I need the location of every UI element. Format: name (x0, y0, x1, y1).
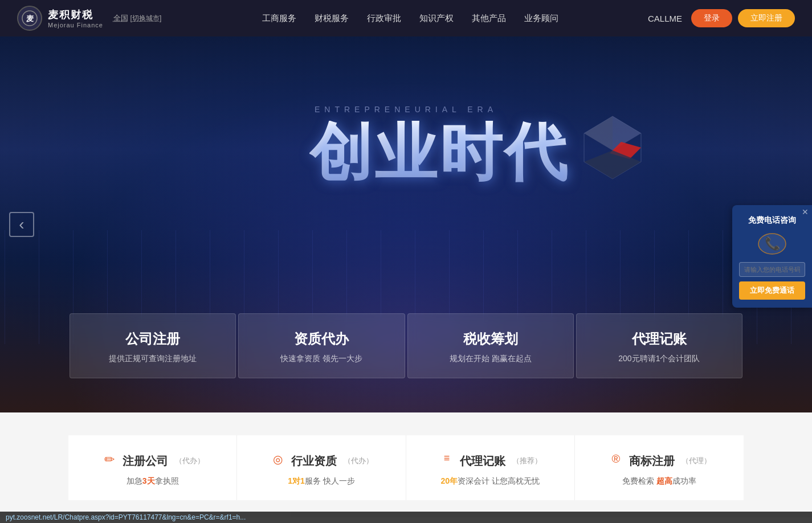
certificate-icon: ◎ (270, 452, 287, 469)
bottom-card-desc-3: 免费检索 超高成功率 (589, 476, 730, 487)
float-phone-icon: 📞 (739, 231, 805, 256)
service-card-title-2: 税收筹划 (419, 330, 562, 348)
trademark-icon: ® (607, 452, 625, 469)
bottom-card-tag-1: （代办） (344, 456, 373, 466)
region-tag: 全国 [切换城市] (113, 13, 161, 23)
statusbar-text: pyt.zoosnet.net/LR/Chatpre.aspx?id=PYT76… (6, 513, 246, 517)
bottom-card-title-3: 商标注册 (629, 453, 675, 469)
bottom-card-title-0: 注册公司 (123, 453, 168, 469)
register-button[interactable]: 立即注册 (738, 9, 795, 27)
nav-item-consult[interactable]: 业务顾问 (524, 13, 558, 24)
bottom-section: ✏ 注册公司 （代办） 加急3天拿执照 ◎ 行业资质 （代办） 1对1服务 快人… (0, 412, 812, 517)
svg-marker-3 (584, 116, 613, 150)
prev-arrow[interactable]: ‹ (9, 212, 34, 237)
accounting-icon: ≡ (438, 452, 455, 469)
bottom-card-title-2: 代理记账 (460, 453, 505, 469)
highlight-ratio: 1对1 (288, 476, 305, 485)
float-title: 免费电话咨询 (739, 215, 805, 226)
highlight-years: 20年 (440, 476, 458, 485)
service-card-3[interactable]: 代理记账 200元聘请1个会计团队 (576, 313, 742, 378)
callme-link[interactable]: CALLME (648, 14, 682, 23)
bottom-card-0[interactable]: ✏ 注册公司 （代办） 加急3天拿执照 (68, 435, 237, 500)
logo-text: 麦积财税 Mejorau Finance (48, 8, 103, 28)
logo-area: 麦 麦积财税 Mejorau Finance 全国 [切换城市] (17, 6, 161, 31)
highlight-days: 3天 (142, 476, 155, 485)
edit-icon: ✏ (101, 452, 118, 469)
hero-section: ENTREPRENEURIAL ERA 创业时代 ‹ 公司注册 提供正规可查询注… (0, 36, 812, 412)
bottom-card-desc-1: 1对1服务 快人一步 (251, 476, 391, 487)
float-close-button[interactable]: ✕ (802, 207, 809, 216)
service-card-title-1: 资质代办 (250, 330, 393, 348)
nav: 工商服务 财税服务 行政审批 知识产权 其他产品 业务顾问 (173, 13, 648, 24)
hero-title: 创业时代 (309, 121, 569, 183)
nav-item-gongshang[interactable]: 工商服务 (262, 13, 296, 24)
bottom-card-title-1: 行业资质 (291, 453, 337, 469)
hero-subtitle: ENTREPRENEURIAL ERA (315, 105, 497, 114)
bottom-card-desc-2: 20年资深会计 让您高枕无忧 (420, 476, 561, 487)
service-card-desc-0: 提供正规可查询注册地址 (81, 354, 224, 364)
service-card-desc-3: 200元聘请1个会计团队 (588, 354, 731, 364)
bottom-card-header-3: ® 商标注册 （代理） (589, 452, 730, 469)
bottom-card-header-1: ◎ 行业资质 （代办） (251, 452, 391, 469)
chevron-left-icon: ‹ (19, 216, 24, 232)
service-card-title-0: 公司注册 (81, 330, 224, 348)
bottom-card-tag-2: （推荐） (512, 456, 542, 466)
nav-item-other[interactable]: 其他产品 (472, 13, 506, 24)
bottom-card-2[interactable]: ≡ 代理记账 （推荐） 20年资深会计 让您高枕无忧 (406, 435, 575, 500)
bottom-card-header-2: ≡ 代理记账 （推荐） (420, 452, 561, 469)
nav-item-zhengxing[interactable]: 行政审批 (367, 13, 401, 24)
nav-item-zhishi[interactable]: 知识产权 (419, 13, 454, 24)
logo-main-text: 麦积财税 (48, 8, 103, 22)
bottom-card-desc-0: 加急3天拿执照 (82, 476, 223, 487)
highlight-rate: 超高 (656, 476, 672, 485)
header: 麦 麦积财税 Mejorau Finance 全国 [切换城市] 工商服务 财税… (0, 0, 812, 36)
service-card-desc-2: 规划在开始 跑赢在起点 (419, 354, 562, 364)
phone-input[interactable] (739, 262, 805, 277)
bottom-card-1[interactable]: ◎ 行业资质 （代办） 1对1服务 快人一步 (237, 435, 406, 500)
float-call-button[interactable]: 立即免费通话 (739, 281, 805, 300)
service-card-desc-1: 快速拿资质 领先一大步 (250, 354, 393, 364)
statusbar: pyt.zoosnet.net/LR/Chatpre.aspx?id=PYT76… (0, 512, 812, 517)
bottom-card-3[interactable]: ® 商标注册 （代理） 免费检索 超高成功率 (575, 435, 744, 500)
region-switch[interactable]: [切换城市] (130, 14, 162, 22)
service-card-title-3: 代理记账 (588, 330, 731, 348)
bottom-card-header-0: ✏ 注册公司 （代办） (82, 452, 223, 469)
logo-icon: 麦 (17, 6, 42, 31)
svg-text:麦: 麦 (26, 14, 34, 23)
service-card-2[interactable]: 税收筹划 规划在开始 跑赢在起点 (407, 313, 574, 378)
login-button[interactable]: 登录 (691, 9, 732, 27)
hero-shape (573, 111, 652, 190)
float-widget: ✕ 免费电话咨询 📞 立即免费通话 (732, 205, 812, 308)
service-card-1[interactable]: 资质代办 快速拿资质 领先一大步 (238, 313, 405, 378)
bottom-card-tag-3: （代理） (682, 456, 711, 466)
region-label: 全国 (113, 14, 128, 22)
svg-text:📞: 📞 (765, 236, 781, 251)
nav-item-caishui[interactable]: 财税服务 (315, 13, 349, 24)
logo-sub-text: Mejorau Finance (48, 22, 103, 28)
service-card-0[interactable]: 公司注册 提供正规可查询注册地址 (70, 313, 236, 378)
bottom-card-tag-0: （代办） (175, 456, 205, 466)
service-cards: 公司注册 提供正规可查询注册地址 资质代办 快速拿资质 领先一大步 税收筹划 规… (0, 313, 812, 378)
